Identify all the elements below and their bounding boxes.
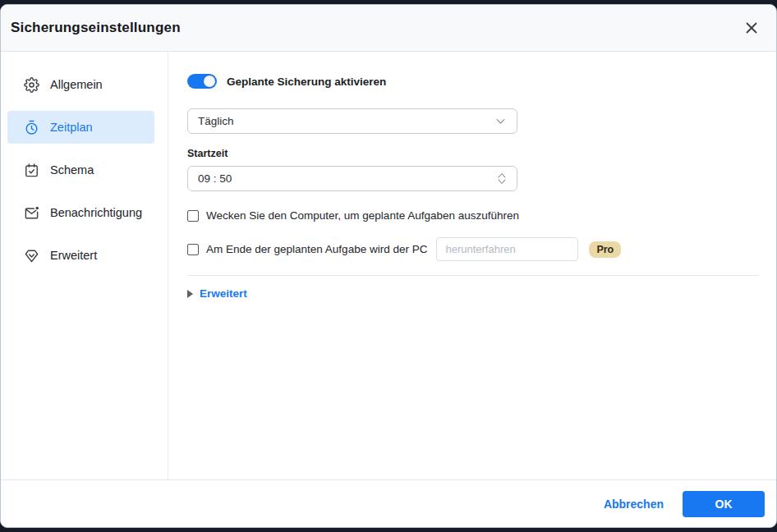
section-divider [187, 275, 759, 276]
dialog-footer: Abbrechen OK [1, 479, 776, 527]
sidebar-item-label: Allgemein [50, 78, 103, 91]
schedule-panel: Geplante Sicherung aktivieren Täglich St… [168, 52, 776, 479]
start-time-input[interactable]: 09 : 50 [187, 166, 517, 191]
mail-notification-icon [24, 205, 39, 221]
triangle-right-icon [187, 290, 193, 298]
sidebar-item-label: Erweitert [50, 249, 97, 262]
shutdown-action-placeholder: herunterfahren [445, 243, 515, 255]
start-time-value: 09 : 50 [198, 172, 232, 185]
sidebar-item-allgemein[interactable]: Allgemein [7, 68, 154, 101]
shutdown-label: Am Ende der geplanten Aufgabe wird der P… [206, 243, 427, 255]
scheduled-backup-toggle[interactable] [187, 74, 217, 89]
scheduled-backup-toggle-label: Geplante Sicherung aktivieren [227, 76, 386, 88]
advanced-expander[interactable]: Erweitert [187, 287, 763, 300]
calendar-check-icon [24, 163, 39, 178]
titlebar: Sicherungseinstellungen [1, 5, 776, 52]
sidebar-item-label: Zeitplan [50, 121, 93, 134]
close-icon[interactable] [740, 16, 763, 39]
wake-computer-label: Wecken Sie den Computer, um geplante Auf… [206, 209, 519, 222]
frequency-select[interactable]: Täglich [187, 108, 517, 134]
sidebar-item-benachrichtigung[interactable]: Benachrichtigung [7, 196, 154, 229]
toggle-knob [204, 76, 215, 87]
advanced-expander-label: Erweitert [200, 287, 247, 300]
sidebar-item-label: Schema [50, 163, 94, 177]
cancel-button[interactable]: Abbrechen [604, 498, 664, 511]
start-time-label: Startzeit [187, 148, 763, 159]
time-stepper[interactable] [497, 172, 507, 185]
ok-button[interactable]: OK [683, 491, 765, 517]
backup-settings-dialog: Sicherungseinstellungen Allgemein [0, 4, 777, 528]
chevron-down-icon [494, 115, 507, 127]
shutdown-action-input[interactable]: herunterfahren [436, 237, 578, 261]
stopwatch-icon [24, 120, 39, 135]
wake-computer-checkbox[interactable] [187, 210, 199, 222]
pro-badge: Pro [589, 241, 621, 258]
shutdown-checkbox[interactable] [187, 244, 199, 255]
sidebar-item-erweitert[interactable]: Erweitert [7, 239, 154, 272]
frequency-select-value: Täglich [198, 115, 234, 127]
settings-sidebar: Allgemein Zeitplan [1, 52, 168, 479]
sidebar-item-zeitplan[interactable]: Zeitplan [7, 111, 154, 144]
sidebar-item-schema[interactable]: Schema [7, 154, 154, 186]
shutdown-after-task-row: Am Ende der geplanten Aufgabe wird der P… [187, 237, 763, 261]
dialog-title: Sicherungseinstellungen [11, 20, 181, 36]
wake-computer-row: Wecken Sie den Computer, um geplante Auf… [187, 209, 763, 222]
gear-icon [24, 77, 39, 93]
sidebar-item-label: Benachrichtigung [50, 206, 142, 219]
gem-icon [24, 248, 39, 264]
